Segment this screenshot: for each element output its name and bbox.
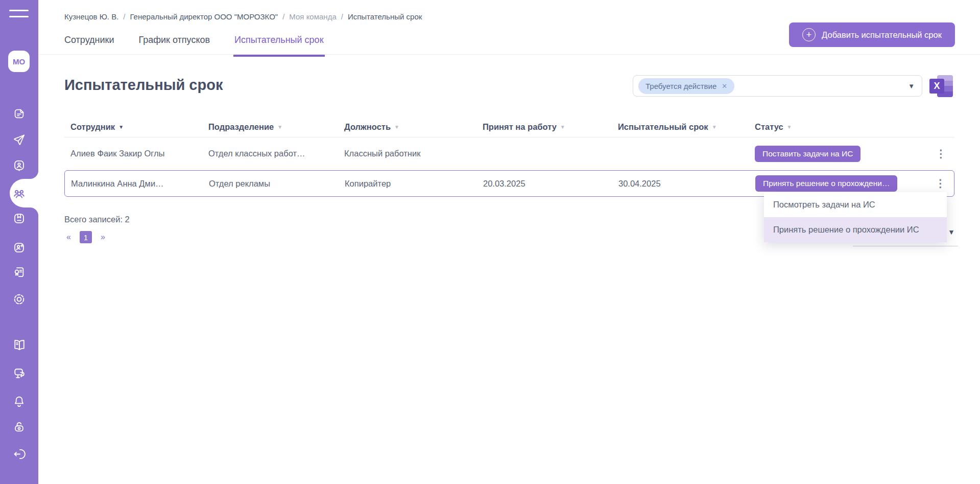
column-header-position[interactable]: Должность ▼ [338, 122, 476, 132]
bell-icon [12, 395, 26, 408]
document-icon [12, 107, 26, 121]
sidebar-item-contact-card[interactable] [0, 157, 38, 174]
app-window: МО [0, 0, 980, 484]
cell-employee: Малинкина Анна Дми… [65, 179, 203, 189]
column-header-hired[interactable]: Принят на работу ▼ [476, 122, 612, 132]
cell-employee: Алиев Фаик Закир Оглы [64, 149, 202, 158]
cell-hired: 20.03.2025 [477, 179, 612, 189]
menu-item-view-tasks[interactable]: Посмотреть задачи на ИС [764, 192, 947, 217]
records-total: Всего записей: 2 [64, 215, 130, 224]
tab-employees[interactable]: Сотрудники [64, 35, 114, 57]
logout-icon [12, 447, 26, 461]
add-probation-button[interactable]: + Добавить испытательный срок [789, 22, 955, 47]
column-header-status[interactable]: Статус ▼ [749, 122, 954, 132]
sort-filter-icon[interactable]: ▼ [118, 124, 124, 130]
filter-chip[interactable]: Требуется действие ✕ [638, 78, 734, 94]
sidebar-item-logout[interactable] [0, 445, 38, 463]
cell-department: Отдел рекламы [203, 179, 339, 189]
open-book-icon [12, 338, 27, 352]
sort-filter-icon[interactable]: ▼ [712, 124, 717, 130]
chip-close-icon[interactable]: ✕ [722, 82, 727, 90]
sidebar-item-lock[interactable] [0, 418, 38, 435]
breadcrumb-item-current: Испытательный срок [348, 12, 422, 21]
sort-filter-icon[interactable]: ▼ [787, 124, 792, 130]
column-header-employee[interactable]: Сотрудник ▼ [64, 122, 202, 132]
sidebar-item-notifications[interactable] [0, 393, 38, 410]
cell-status: Поставить задачи на ИС [749, 146, 954, 162]
excel-x-icon: X [929, 79, 944, 94]
pagination-page-1[interactable]: 1 [80, 231, 92, 243]
person-add-icon [12, 241, 26, 255]
breadcrumb-item[interactable]: Моя команда [289, 12, 336, 21]
breadcrumb-item[interactable]: Кузнецов Ю. В. [64, 12, 118, 21]
column-header-probation[interactable]: Испытательный срок ▼ [612, 122, 749, 132]
sidebar-item-send[interactable] [0, 131, 38, 148]
status-action-button[interactable]: Принять решение о прохождени… [755, 175, 897, 192]
table-header-row: Сотрудник ▼ Подразделение ▼ Должность ▼ … [64, 117, 954, 137]
underlying-select-arrow-icon[interactable]: ▼ [948, 228, 955, 236]
sidebar: МО [0, 0, 38, 484]
lock-icon [12, 420, 26, 434]
tab-vacation-schedule[interactable]: График отпусков [139, 35, 210, 57]
contact-card-icon [12, 159, 26, 173]
underlying-select-line [853, 246, 958, 246]
send-icon [12, 133, 26, 147]
export-excel-button[interactable]: X [929, 75, 955, 97]
sidebar-item-certificate[interactable] [0, 263, 38, 281]
menu-icon[interactable] [9, 9, 29, 19]
pagination-prev-button[interactable]: « [64, 232, 73, 243]
breadcrumb-separator: / [282, 12, 284, 21]
cell-department: Отдел классных работ… [202, 149, 338, 158]
row-kebab-menu-icon[interactable]: ⋮ [932, 176, 949, 191]
page-title: Испытательный срок [64, 77, 223, 94]
probation-table: Сотрудник ▼ Подразделение ▼ Должность ▼ … [64, 117, 954, 197]
cell-probation-end: 30.04.2025 [612, 179, 749, 189]
breadcrumb-separator: / [341, 12, 343, 21]
tab-probation-period[interactable]: Испытательный срок [234, 35, 323, 57]
status-action-button[interactable]: Поставить задачи на ИС [755, 146, 861, 162]
discussion-icon [12, 366, 27, 381]
breadcrumb-item[interactable]: Генеральный директор ООО "МОРОЗКО" [130, 12, 278, 21]
row-context-menu: Посмотреть задачи на ИС Принять решение … [764, 192, 947, 242]
sidebar-item-package[interactable] [0, 210, 38, 227]
sidebar-item-discussion[interactable] [0, 365, 38, 382]
sidebar-item-person-add[interactable] [0, 239, 38, 256]
header-divider [38, 54, 980, 55]
cell-status: Принять решение о прохождени… [749, 175, 954, 192]
pagination: « 1 » [64, 231, 107, 243]
row-kebab-menu-icon[interactable]: ⋮ [933, 147, 949, 161]
cell-position: Классный работник [338, 149, 476, 158]
add-probation-label: Добавить испытательный срок [822, 30, 942, 40]
team-icon [12, 186, 27, 201]
sidebar-item-knowledge-book[interactable] [0, 336, 38, 354]
breadcrumb: Кузнецов Ю. В. / Генеральный директор ОО… [64, 12, 422, 21]
gear-icon [12, 292, 27, 307]
sidebar-item-documents[interactable] [0, 105, 38, 122]
pagination-next-button[interactable]: » [99, 232, 107, 243]
column-header-department[interactable]: Подразделение ▼ [202, 122, 338, 132]
plus-icon: + [802, 28, 816, 41]
package-icon [12, 212, 26, 225]
sort-filter-icon[interactable]: ▼ [394, 124, 399, 130]
avatar[interactable]: МО [8, 51, 30, 72]
sidebar-item-settings[interactable] [0, 290, 38, 308]
cell-position: Копирайтер [339, 179, 477, 189]
sort-filter-icon[interactable]: ▼ [277, 124, 282, 130]
sort-filter-icon[interactable]: ▼ [560, 124, 565, 130]
breadcrumb-separator: / [123, 12, 125, 21]
certificate-icon [12, 265, 26, 279]
sidebar-item-team[interactable] [0, 185, 38, 202]
filter-dropdown-arrow-icon[interactable]: ▼ [908, 82, 915, 90]
tab-bar: Сотрудники График отпусков Испытательный… [64, 35, 324, 57]
filter-chip-label: Требуется действие [646, 82, 716, 90]
menu-item-decide-probation[interactable]: Принять решение о прохождении ИС [764, 217, 947, 242]
status-filter-select[interactable]: Требуется действие ✕ ▼ [633, 75, 922, 97]
table-row[interactable]: Алиев Фаик Закир Оглы Отдел классных раб… [64, 137, 954, 170]
